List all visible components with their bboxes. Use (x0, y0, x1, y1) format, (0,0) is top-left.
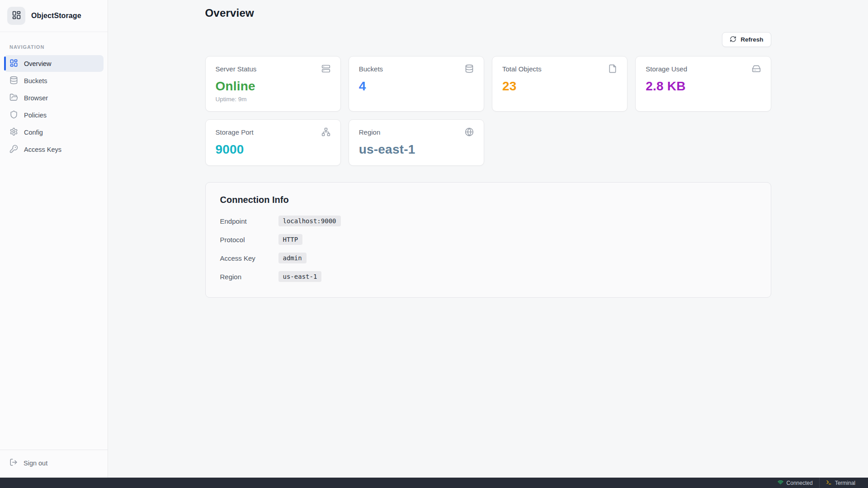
stat-card-storage-port: Storage Port 9000 (205, 119, 341, 166)
stat-label: Total Objects (502, 64, 542, 73)
network-icon (321, 127, 330, 138)
stat-value: 2.8 KB (646, 79, 760, 94)
key-icon (9, 145, 18, 155)
refresh-label: Refresh (741, 36, 763, 43)
stat-card-storage-used: Storage Used 2.8 KB (635, 56, 771, 112)
connection-row-access-key: Access Key admin (220, 253, 756, 263)
sidebar-item-overview[interactable]: Overview (4, 55, 104, 72)
sidebar: ObjectStorage NAVIGATION Overview Bucket… (0, 0, 108, 478)
wifi-icon (778, 479, 783, 487)
sidebar-item-access-keys[interactable]: Access Keys (4, 141, 104, 158)
app-logo (7, 7, 25, 25)
hard-drive-icon (752, 64, 761, 75)
refresh-icon (730, 36, 736, 44)
sidebar-item-label: Config (24, 129, 43, 136)
sidebar-item-label: Policies (24, 112, 47, 119)
connection-status-label: Connected (787, 480, 813, 486)
stat-value: 9000 (216, 142, 330, 157)
sidebar-item-label: Browser (24, 94, 48, 102)
connection-row-region: Region us-east-1 (220, 271, 756, 282)
main-content: Overview Refresh Server Status (108, 0, 868, 478)
connection-row-label: Region (220, 273, 278, 281)
stat-label: Storage Port (216, 127, 254, 136)
sidebar-item-label: Buckets (24, 77, 47, 84)
connection-row-protocol: Protocol HTTP (220, 234, 756, 245)
connection-row-label: Protocol (220, 236, 278, 244)
stat-subtitle: Uptime: 9m (216, 96, 330, 103)
database-icon (9, 76, 18, 86)
sidebar-item-label: Overview (24, 60, 51, 67)
connection-row-value: HTTP (278, 234, 303, 245)
connection-row-label: Access Key (220, 254, 278, 262)
sidebar-item-config[interactable]: Config (4, 124, 104, 141)
globe-icon (465, 127, 474, 138)
connection-info-title: Connection Info (220, 195, 756, 205)
log-out-icon (9, 458, 18, 468)
sidebar-footer: Sign out (0, 450, 108, 478)
dashboard-icon (9, 59, 18, 69)
stat-value: 4 (359, 79, 474, 94)
connection-status[interactable]: Connected (771, 478, 819, 488)
connection-row-label: Endpoint (220, 217, 278, 225)
stat-value: 23 (502, 79, 617, 94)
connection-row-value: localhost:9000 (278, 216, 341, 226)
sign-out-label: Sign out (24, 460, 47, 467)
sidebar-spacer (0, 158, 108, 450)
connection-row-value: admin (278, 253, 307, 263)
stat-label: Region (359, 127, 381, 136)
shield-icon (9, 110, 18, 120)
sign-out-button[interactable]: Sign out (4, 455, 104, 471)
stat-value: us-east-1 (359, 142, 474, 157)
stat-cards: Server Status Online Uptime: 9m Buckets (205, 56, 771, 166)
stat-card-server-status: Server Status Online Uptime: 9m (205, 56, 341, 112)
app-title: ObjectStorage (31, 12, 81, 20)
stat-card-region: Region us-east-1 (349, 119, 484, 166)
stat-label: Storage Used (646, 64, 687, 73)
sidebar-nav: Overview Buckets Browser Policies (0, 55, 108, 158)
stat-label: Server Status (216, 64, 257, 73)
terminal-label: Terminal (835, 480, 855, 486)
sidebar-item-buckets[interactable]: Buckets (4, 72, 104, 89)
folder-open-icon (9, 93, 18, 103)
refresh-button[interactable]: Refresh (722, 32, 771, 47)
app-window: ObjectStorage NAVIGATION Overview Bucket… (0, 0, 868, 478)
sidebar-header: ObjectStorage (0, 0, 108, 32)
terminal-button[interactable]: Terminal (820, 478, 862, 488)
status-bar: Connected Terminal (0, 478, 868, 488)
stat-card-total-objects: Total Objects 23 (492, 56, 627, 112)
toolbar: Refresh (205, 32, 771, 47)
sidebar-item-browser[interactable]: Browser (4, 89, 104, 106)
database-icon (465, 64, 474, 75)
sidebar-item-label: Access Keys (24, 146, 61, 153)
page-title: Overview (205, 7, 771, 19)
connection-row-endpoint: Endpoint localhost:9000 (220, 216, 756, 226)
connection-row-value: us-east-1 (278, 271, 322, 282)
file-icon (608, 64, 617, 75)
terminal-icon (826, 479, 832, 487)
gear-icon (9, 127, 18, 137)
connection-info-panel: Connection Info Endpoint localhost:9000 … (205, 182, 771, 298)
stat-value: Online (216, 79, 330, 94)
nav-section-label: NAVIGATION (0, 44, 108, 50)
stat-label: Buckets (359, 64, 383, 73)
stat-card-buckets: Buckets 4 (349, 56, 484, 112)
dashboard-grid-icon (12, 10, 21, 22)
sidebar-item-policies[interactable]: Policies (4, 107, 104, 123)
server-icon (321, 64, 330, 75)
